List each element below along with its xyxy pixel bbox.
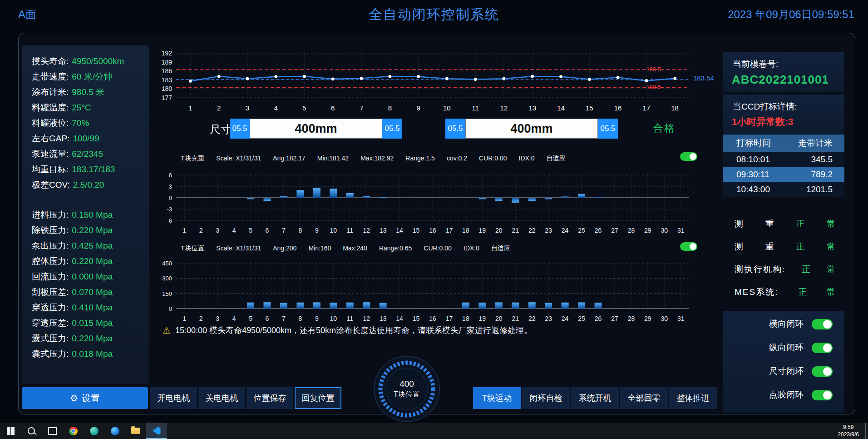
svg-text:20: 20	[495, 315, 503, 322]
param-label: 料罐温度:	[32, 103, 69, 112]
edge-icon[interactable]	[104, 423, 125, 439]
svg-text:19: 19	[479, 315, 486, 322]
button-全部回零[interactable]: 全部回零	[620, 387, 668, 409]
param-row: 腔体压力:0.220 Mpa	[32, 255, 113, 267]
taskbar-clock[interactable]: 9:59 2023/9/6	[838, 424, 859, 438]
svg-text:30: 30	[661, 227, 668, 234]
file-explorer-icon[interactable]	[125, 423, 146, 439]
param-row: 进料压力:0.150 Mpa	[32, 209, 113, 221]
cell-meter: 789.2	[786, 170, 844, 180]
toggle-尺寸闭环[interactable]	[812, 366, 833, 377]
param-row: 泵速流量:62/2345	[32, 148, 103, 160]
status-label-char: 重	[765, 218, 774, 230]
param-value: 70%	[72, 118, 89, 128]
position-chart-toggle[interactable]	[680, 242, 697, 251]
size-edge-input[interactable]: 05.5	[382, 119, 402, 139]
status-label-char: 测	[735, 218, 743, 230]
size-width-display[interactable]: 400mm	[465, 119, 598, 139]
button-闭环自检[interactable]: 闭环自检	[522, 387, 570, 409]
param-label: 穿透压差:	[32, 318, 69, 328]
mark-time-table: 打标时间 走带计米 08:10:01345.509:30:11789.210:4…	[723, 135, 844, 197]
param-row: 左右GAP:100/99	[32, 133, 99, 145]
table-row[interactable]: 09:30:11789.2	[723, 167, 844, 182]
button-开电电机[interactable]: 开电电机	[150, 387, 197, 409]
param-row: 摸头寿命:4950/5000km	[32, 55, 124, 67]
svg-text:7: 7	[282, 227, 286, 234]
param-value: 0.220 Mpa	[72, 256, 113, 266]
size-edge-input[interactable]: 05.5	[445, 119, 465, 139]
toggle-横向闭环[interactable]	[812, 319, 833, 329]
svg-text:16: 16	[429, 315, 436, 322]
param-value: 980.5 米	[72, 87, 104, 97]
svg-text:29: 29	[644, 315, 651, 322]
svg-text:183.54: 183.54	[693, 74, 714, 82]
param-value: 4950/5000km	[72, 56, 124, 66]
button-关电电机[interactable]: 关电电机	[198, 387, 245, 409]
size-width-display[interactable]: 400mm	[250, 119, 382, 139]
toggle-纵向闭环[interactable]	[812, 343, 833, 353]
vscode-icon[interactable]	[146, 423, 167, 439]
warning-text: 15:00:00 模头寿命4950/5000km，还有50km涂布长度达使用寿命…	[175, 325, 532, 336]
svg-text:5: 5	[249, 227, 252, 234]
task-view-icon[interactable]	[42, 423, 63, 439]
param-row: 走带速度:60 米/分钟	[32, 71, 112, 83]
start-icon[interactable]	[0, 423, 21, 439]
button-整体推进[interactable]: 整体推进	[669, 387, 717, 409]
svg-text:24: 24	[562, 227, 569, 234]
status-value-char: 常	[827, 264, 835, 275]
status-row: 测重正常	[735, 241, 835, 253]
param-row: 穿透压差:0.015 Mpa	[32, 317, 113, 329]
param-value: 0.220 Mpa	[72, 334, 113, 343]
cell-time: 09:30:11	[723, 170, 786, 180]
svg-text:6: 6	[169, 172, 172, 179]
table-row[interactable]: 08:10:01345.5	[723, 152, 844, 167]
status-row: 测重正常	[735, 218, 835, 230]
param-label: 极差COV:	[32, 180, 70, 190]
cell-time: 08:10:01	[723, 155, 786, 165]
show-desktop-button[interactable]	[865, 423, 868, 439]
roll-number-value: ABC2022101001	[732, 73, 829, 87]
toggle-label: 纵向闭环	[769, 342, 804, 354]
table-row[interactable]: 10:43:001201.5	[723, 182, 844, 197]
chart-stat: Max:182.92	[360, 155, 394, 162]
svg-text:12: 12	[363, 315, 370, 322]
status-value-char: 常	[827, 241, 835, 253]
button-回复位置[interactable]: 回复位置	[295, 387, 341, 409]
toggle-点胶闭环[interactable]	[812, 390, 833, 400]
button-T块运动[interactable]: T块运动	[473, 387, 521, 409]
svg-text:180: 180	[162, 85, 173, 92]
svg-text:1: 1	[182, 315, 186, 322]
param-label: 进料压力:	[32, 210, 69, 220]
svg-text:15: 15	[413, 315, 420, 322]
svg-text:7: 7	[282, 315, 286, 322]
search-icon[interactable]	[21, 423, 42, 439]
toggle-label: 尺寸闭环	[769, 365, 804, 377]
size-edge-input[interactable]: 05.5	[230, 119, 250, 139]
adaptive-label[interactable]: 自适应	[547, 154, 566, 162]
svg-text:177: 177	[162, 94, 173, 101]
button-位置保存[interactable]: 位置保存	[247, 387, 293, 409]
svg-text:23: 23	[545, 227, 552, 234]
loop-toggle-row: 纵向闭环	[769, 342, 833, 354]
svg-text:18: 18	[462, 227, 469, 234]
gauge-label: T块位置	[394, 390, 420, 399]
size-row: 尺寸: 05.5 400mm 05.5 05.5 400mm 05.5 合格	[154, 119, 717, 140]
teal-app-icon[interactable]	[84, 423, 104, 439]
svg-text:31: 31	[677, 315, 685, 322]
svg-text:150: 150	[162, 290, 172, 297]
chrome-icon[interactable]	[63, 423, 84, 439]
param-label: 料罐液位:	[32, 118, 69, 128]
param-row: 涂布计米:980.5 米	[32, 86, 104, 98]
taskbar-date: 2023/9/6	[838, 431, 859, 438]
adaptive-label[interactable]: 自适应	[491, 244, 510, 252]
weight-chart-toggle[interactable]	[680, 152, 697, 161]
svg-text:3: 3	[169, 183, 172, 190]
size-edge-input[interactable]: 05.5	[598, 119, 618, 139]
cell-meter: 345.5	[786, 155, 844, 165]
weight-chart-header: T块克重Scale: X1/31/31Ang:182.17Min:181.42M…	[181, 152, 716, 164]
svg-text:0: 0	[169, 305, 172, 312]
button-系统开机[interactable]: 系统开机	[571, 387, 619, 409]
svg-text:25: 25	[578, 227, 585, 234]
settings-button[interactable]: ⚙ 设置	[22, 387, 148, 409]
svg-text:6: 6	[331, 104, 335, 112]
